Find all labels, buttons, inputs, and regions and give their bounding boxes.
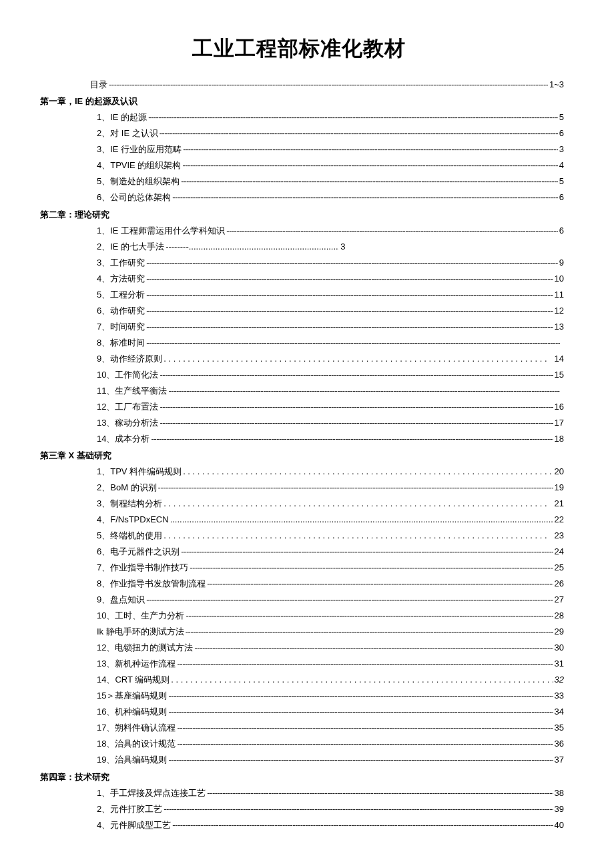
leader-line	[186, 609, 553, 622]
toc-entry-page: 40	[555, 819, 564, 832]
toc-entry-page: 35	[555, 721, 564, 735]
leader-line	[168, 705, 553, 719]
toc-entry-label: 19、治具编码规则	[97, 753, 167, 767]
toc-entry-label: 9、动作经济原则	[97, 352, 162, 366]
toc-entry: 2、BoM 的识别19	[97, 481, 564, 494]
toc-entry-label: 10、工时、生产力分析	[97, 609, 184, 622]
leader-line	[146, 304, 553, 318]
toc-entry-label: 4、TPVIE 的组织架构	[97, 159, 181, 172]
toc-entry: 8、作业指导书发放管制流程26	[97, 577, 564, 590]
toc-entry: 8、标准时间.	[97, 336, 564, 350]
toc-entry: 17、朔料件确认流程35	[97, 721, 564, 735]
toc-entry-page: 28	[555, 609, 564, 622]
toc-entry: 6、公司的总体架构6	[97, 191, 564, 204]
toc-entry: 9、盘点知识27	[97, 593, 564, 606]
toc-entry-page: 13	[555, 320, 564, 334]
leader-line	[190, 561, 553, 574]
toc-entry-label: 4、方法研究	[97, 272, 145, 286]
leader-line	[160, 400, 553, 414]
toc-entry-label: 2、BoM 的识别	[97, 481, 157, 494]
leader-line	[146, 336, 560, 350]
toc-entry-label: 1、IE 工程师需运用什么学科知识	[97, 224, 225, 238]
toc-entry-label: 6、公司的总体架构	[97, 191, 171, 204]
toc-entry-page: 19	[555, 481, 564, 494]
toc-entry-label: Ik 静电手环的测试方法	[97, 625, 184, 638]
toc-entry-label: 16、机种编码规则	[97, 705, 167, 719]
leader-line	[148, 111, 558, 124]
toc-entry: 6、动作研究12	[97, 304, 564, 318]
leader-line	[164, 497, 553, 510]
toc-entry-label: 15＞基座编码规则	[97, 689, 167, 703]
leader-line	[158, 481, 553, 494]
leader-line	[194, 641, 553, 655]
toc-entry-label: 8、作业指导书发放管制流程	[97, 577, 206, 590]
toc-entry-page: 9	[559, 256, 564, 270]
toc-entry: 2、元件打胶工艺39	[97, 803, 564, 816]
leader-line	[177, 721, 553, 735]
toc-entry-label: 11、生产线平衡法	[97, 384, 167, 398]
leader-line	[177, 737, 553, 751]
leader-line	[181, 175, 558, 188]
toc-entry-label: 18、治具的设计规范	[97, 737, 176, 751]
toc-entry-label: 3、工作研究	[97, 256, 145, 270]
toc-entry-label: 5、终端机的使用	[97, 529, 162, 542]
leader-line	[168, 753, 553, 767]
toc-entry: 1、手工焊接及焊点连接工艺38	[97, 787, 564, 800]
leader-line	[146, 256, 558, 270]
toc-label: 目录	[90, 78, 107, 91]
toc-entry-page: 14	[555, 352, 564, 366]
toc-entry-label: 3、制程结构分析	[97, 497, 162, 510]
toc-entry: 4、元件脚成型工艺40	[97, 819, 564, 832]
toc-entry-page: 15	[555, 368, 564, 382]
leader-line	[168, 384, 560, 398]
toc-entry-page: 3	[340, 240, 345, 254]
toc-entry-page: 31	[555, 657, 564, 671]
toc-entry-page: 26	[555, 577, 564, 590]
toc-entry-label: 17、朔料件确认流程	[97, 721, 176, 735]
toc-entry-label: 6、电子元器件之识别	[97, 545, 180, 558]
toc-entry-label: 2、元件打胶工艺	[97, 803, 162, 816]
toc-entry: 7、时间研究13	[97, 320, 564, 334]
leader-line	[186, 625, 553, 638]
leader-line	[164, 803, 553, 816]
leader-line	[146, 593, 553, 606]
toc-entry: 1、IE 工程师需运用什么学科知识6	[97, 224, 564, 238]
toc-entry-label: 2、IE 的七大手法	[97, 240, 164, 254]
toc-entry-page: 3	[559, 143, 564, 156]
toc-entry-page: 29	[555, 625, 564, 638]
leader-line	[226, 224, 558, 238]
toc-entry-label: 13、稼动分析法	[97, 416, 158, 430]
toc-entry-page: 22	[555, 513, 564, 526]
toc-entry-page: 23	[555, 529, 564, 542]
toc-entry-page: 20	[555, 465, 564, 478]
toc-entry: 10、工作简化法15	[97, 368, 564, 382]
toc-entry-label: 12、工厂布置法	[97, 400, 158, 414]
leader-line	[146, 288, 553, 302]
toc-entry: 5、终端机的使用23	[97, 529, 564, 542]
leader-line	[109, 78, 548, 91]
toc-page: 1~3	[549, 78, 564, 91]
leader-line	[183, 465, 553, 478]
toc-entry: 18、治具的设计规范36	[97, 737, 564, 751]
toc-entry: 4、TPVIE 的组织架构4	[97, 159, 564, 172]
toc-entry-label: 7、时间研究	[97, 320, 145, 334]
toc-entry-page: 27	[555, 593, 564, 606]
leader-line	[170, 513, 553, 526]
toc-entry-label: 13、新机种运作流程	[97, 657, 176, 671]
toc-entry: 6、电子元器件之识别24	[97, 545, 564, 558]
chapter-heading: 第三章 X 基础研究	[40, 449, 564, 462]
toc-entry-label: 10、工作简化法	[97, 368, 158, 382]
toc-entry-page: 32	[555, 673, 564, 687]
toc-entry-page: 21	[555, 497, 564, 510]
toc-entry-page: 24	[555, 545, 564, 558]
toc-entry: 9、动作经济原则14	[97, 352, 564, 366]
toc-entry-page: 6	[559, 224, 564, 238]
toc-entry-page: 37	[555, 753, 564, 767]
toc-entry-page: 12	[555, 304, 564, 318]
leader-line	[164, 352, 553, 366]
leader-line	[183, 143, 558, 156]
toc-heading-row: 目录 1~3	[90, 78, 564, 91]
leader-line	[160, 368, 553, 382]
toc-entry-label: 5、工程分析	[97, 288, 145, 302]
toc-entry-label: 9、盘点知识	[97, 593, 145, 606]
